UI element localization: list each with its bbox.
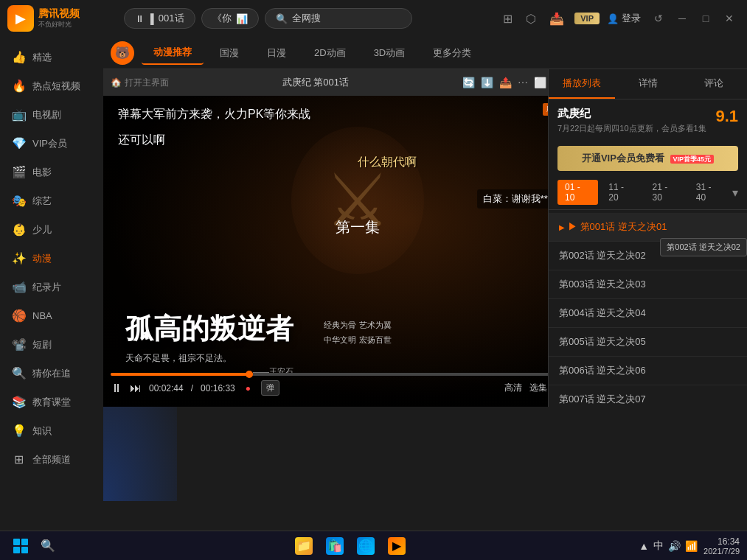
share-video-icon[interactable]: 📤	[499, 77, 512, 88]
pip-button[interactable]: ⊞	[500, 9, 515, 29]
episode-number-label: 第一集	[336, 217, 380, 240]
tray-expand-icon[interactable]: ▲	[639, 540, 649, 552]
sidebar-item-variety[interactable]: 🎭 综艺	[0, 186, 103, 215]
sidebar-label-anime: 动漫	[32, 252, 52, 265]
sidebar-item-anime[interactable]: ✨ 动漫	[0, 244, 103, 273]
tab-comments[interactable]: 评论	[681, 69, 747, 99]
vip-unlock-button[interactable]: 开通VIP会员免费看 VIP首季45元	[557, 146, 738, 171]
taskbar-app-edge[interactable]: 🌐	[352, 533, 379, 559]
knowledge-icon: 💡	[12, 424, 25, 438]
nba-icon: 🏀	[12, 309, 25, 323]
progress-bar[interactable]	[111, 373, 605, 376]
sidebar-item-doc[interactable]: 📹 纪录片	[0, 273, 103, 301]
range-11-20[interactable]: 11 - 20	[601, 180, 642, 205]
minimize-button[interactable]: ─	[672, 8, 692, 29]
logo-area: ▶ 腾讯视频 不负好时光	[7, 5, 118, 32]
select-episode-button[interactable]: 选集	[529, 382, 547, 394]
vip-unlock-label: 开通VIP会员免费看	[582, 153, 664, 164]
sidebar: 👍 精选 🔥 热点短视频 📺 电视剧 💎 VIP会员 🎬 电影 🎭 综艺	[0, 37, 103, 531]
episode-item-004[interactable]: 第004话 逆天之决04	[549, 299, 747, 328]
episode-range-nav: 01 - 10 11 - 20 21 - 30 31 - 40 ▾	[549, 175, 747, 210]
episode-item-label-005: 第005话 逆天之决05	[559, 335, 646, 349]
sidebar-item-jingxuan[interactable]: 👍 精选	[0, 43, 103, 71]
tab-anime-recommend[interactable]: 动漫推荐	[142, 41, 204, 65]
refresh-video-icon[interactable]: 🔄	[462, 77, 475, 88]
danmaku-toggle-button[interactable]: 弹	[261, 380, 279, 396]
tab-details[interactable]: 详情	[615, 69, 681, 99]
player-home-btn[interactable]: 🏠 打开主界面	[111, 77, 169, 89]
sidebar-label-nba: NBA	[32, 310, 52, 321]
maximize-button[interactable]: □	[695, 8, 716, 29]
player-home-label: 打开主界面	[125, 77, 169, 89]
sidebar-item-knowledge[interactable]: 💡 知识	[0, 416, 103, 445]
sidebar-item-hot[interactable]: 🔥 热点短视频	[0, 71, 103, 100]
pip-video-icon[interactable]: ⬜	[534, 77, 546, 88]
refresh-button[interactable]: ↺	[648, 8, 669, 29]
sidebar-item-short[interactable]: 📽️ 短剧	[0, 330, 103, 359]
taskbar-app-tencent[interactable]: ▶	[383, 533, 410, 559]
download-button[interactable]: 📥	[546, 9, 567, 29]
explorer-icon: 📁	[295, 537, 313, 555]
episode-item-wrapper-002: 第002话 逆天之决02 第002话 逆天之决02	[549, 242, 747, 270]
range-01-10[interactable]: 01 - 10	[557, 180, 598, 205]
tab-chinese-anime[interactable]: 国漫	[208, 42, 251, 64]
variety-icon: 🎭	[12, 194, 25, 208]
sidebar-item-all[interactable]: ⊞ 全部频道	[0, 445, 103, 474]
episode-item-006[interactable]: 第006话 逆天之决06	[549, 357, 747, 385]
sidebar-label-doc: 纪录片	[32, 281, 61, 294]
volume-tray-icon[interactable]: 🔊	[668, 540, 681, 552]
sidebar-item-tv[interactable]: 📺 电视剧	[0, 100, 103, 129]
login-button[interactable]: 👤 登录	[607, 12, 641, 25]
tv-icon: 📺	[12, 108, 25, 122]
episode-list: ▶ 第001话 逆天之决01 第002话 逆天之决02 第002话 逆天之决02…	[549, 210, 747, 407]
episode-item-003[interactable]: 第003话 逆天之决03	[549, 270, 747, 299]
download-video-icon[interactable]: ⬇️	[481, 77, 493, 88]
sidebar-item-guess[interactable]: 🔍 猜你在追	[0, 359, 103, 388]
play-pause-button[interactable]: ⏸	[111, 382, 122, 395]
taskbar-app-store[interactable]: 🛍️	[322, 533, 348, 559]
next-episode-button[interactable]: ⏭	[130, 382, 142, 395]
ime-icon[interactable]: 中	[653, 539, 664, 553]
sidebar-item-kids[interactable]: 👶 少儿	[0, 215, 103, 244]
system-clock[interactable]: 16:34 2021/7/29	[703, 536, 740, 556]
user-icon: 👤	[607, 13, 619, 24]
episode-item-label-006: 第006话 逆天之决06	[559, 364, 646, 377]
series-header: 武庚纪 7月22日起每周四10点更新，会员多看1集 9.1	[549, 99, 747, 141]
video-content: ⚔ 弹幕大军前方来袭，火力PK等你来战 还可以啊 什么朝代啊 白菜：谢谢我**雄…	[103, 96, 612, 407]
close-button[interactable]: ✕	[719, 8, 740, 29]
search-bar[interactable]: 🔍 全网搜	[265, 8, 412, 29]
range-chevron-icon[interactable]: ▾	[732, 186, 738, 200]
range-31-40[interactable]: 31 - 40	[689, 180, 729, 205]
app-title: 腾讯视频	[38, 7, 80, 20]
sidebar-item-nba[interactable]: 🏀 NBA	[0, 301, 103, 330]
tab-2d[interactable]: 2D动画	[302, 42, 358, 64]
thumb-up-icon: 👍	[12, 50, 25, 64]
store-icon: 🛍️	[326, 537, 344, 555]
episode-item-005[interactable]: 第005话 逆天之决05	[549, 328, 747, 357]
quality-button[interactable]: 高清	[504, 382, 522, 394]
network-tray-icon[interactable]: 📶	[685, 540, 698, 552]
tab-playlist[interactable]: 播放列表	[549, 69, 615, 99]
sidebar-item-edu[interactable]: 📚 教育课堂	[0, 388, 103, 416]
playing-title-pill[interactable]: 《你 📊	[201, 8, 259, 29]
range-21-30[interactable]: 21 - 30	[645, 180, 686, 205]
tab-3d[interactable]: 3D动画	[362, 42, 417, 64]
cast-button[interactable]: ⬡	[523, 9, 539, 29]
taskbar-app-explorer[interactable]: 📁	[291, 533, 317, 559]
edu-icon: 📚	[12, 395, 25, 409]
vip-badge[interactable]: VIP	[574, 13, 600, 24]
episode-tooltip-002: 第002话 逆天之决02	[660, 238, 747, 256]
sidebar-item-vip[interactable]: 💎 VIP会员	[0, 129, 103, 158]
sidebar-item-movie[interactable]: 🎬 电影	[0, 158, 103, 186]
taskbar-search-button[interactable]: 🔍	[37, 536, 59, 556]
play-icon: 《你	[212, 12, 232, 25]
sidebar-label-tv: 电视剧	[32, 108, 61, 122]
start-button[interactable]	[7, 536, 34, 556]
episode-item-007[interactable]: 第007话 逆天之决07	[549, 385, 747, 407]
episode-pill[interactable]: ⏸ ▐ 001话	[124, 8, 195, 29]
more-options-icon[interactable]: ⋯	[518, 77, 528, 88]
pause-icon: ⏸ ▐	[135, 13, 154, 24]
tab-japanese-anime[interactable]: 日漫	[255, 42, 298, 64]
vip-icon: 💎	[12, 136, 25, 150]
tab-more[interactable]: 更多分类	[421, 42, 483, 64]
